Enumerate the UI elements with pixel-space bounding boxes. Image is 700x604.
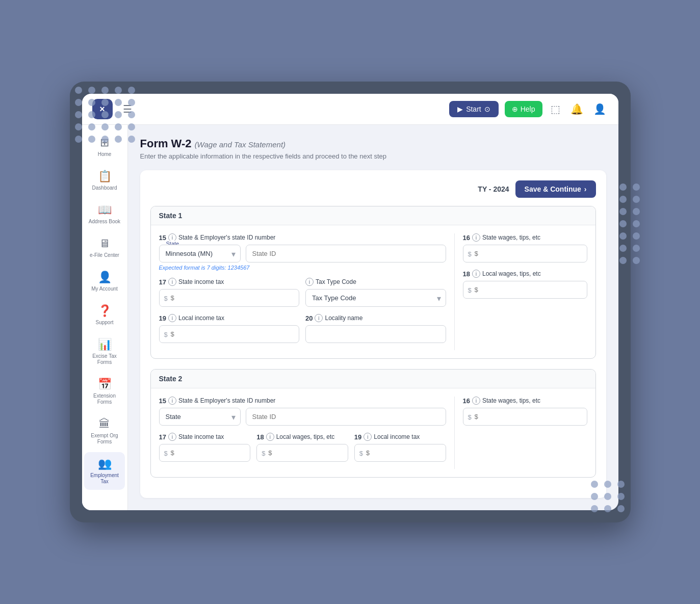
state1-state-select-group: State Minnesota (MN) (159, 245, 241, 262)
sidebar-item-address-book[interactable]: 📖 Address Book (84, 198, 125, 230)
decoration-dots-right (619, 183, 641, 264)
field18-info-icon[interactable]: i (472, 270, 480, 278)
state2-state-select[interactable]: State (159, 408, 241, 426)
sidebar-label-account: My Account (91, 286, 118, 292)
user-switch-icon: ⬚ (551, 103, 560, 115)
state2-section: State 2 15 i State & Employer's state ID… (150, 369, 596, 478)
state2-state-id-input[interactable] (246, 408, 446, 426)
state2-row17: 17 i State income tax (159, 433, 446, 462)
state2-state-select-group: State (159, 408, 241, 426)
state1-state-id-row: State Minnesota (MN) (159, 245, 446, 262)
state2-field16-info-icon[interactable]: i (472, 397, 480, 405)
sidebar-item-dashboard[interactable]: 📋 Dashboard (84, 165, 125, 196)
field16-info-icon[interactable]: i (472, 233, 480, 242)
sidebar: ⊞ Home 📋 Dashboard 📖 Address Book 🖥 e-Fi… (82, 125, 128, 510)
field18-dollar-wrap (463, 281, 587, 299)
field18-label: 18 i Local wages, tips, etc (463, 270, 587, 278)
user-switch-button[interactable]: ⬚ (549, 101, 562, 117)
start-icon: ▶ (457, 105, 463, 113)
content-wrapper: ⊞ Home 📋 Dashboard 📖 Address Book 🖥 e-Fi… (82, 125, 618, 510)
state1-col-left: 15 i State & Employer's state ID number … (159, 233, 455, 350)
save-continue-button[interactable]: Save & Continue › (515, 180, 596, 198)
sidebar-item-employment-tax[interactable]: 👥 Employment Tax (84, 452, 125, 490)
state2-field19-info-icon[interactable]: i (364, 433, 372, 441)
exempt-org-icon: 🏛 (99, 417, 110, 431)
sidebar-label-support: Support (95, 320, 113, 326)
excise-tax-icon: 📊 (98, 338, 112, 351)
help-circle-icon: ⊕ (512, 105, 518, 113)
field20-info-icon[interactable]: i (315, 314, 323, 322)
form-card-header: TY - 2024 Save & Continue › (150, 180, 596, 198)
sidebar-item-account[interactable]: 👤 My Account (84, 266, 125, 297)
state2-field15-label: 15 i State & Employer's state ID number (159, 397, 446, 405)
state1-row1: 15 i State & Employer's state ID number … (159, 233, 587, 350)
state2-field16-group: 16 i State wages, tips, etc (463, 397, 587, 426)
state2-field18-label: 18 i Local wages, tips, etc (256, 433, 348, 441)
field19-info-icon[interactable]: i (168, 314, 176, 322)
profile-button[interactable]: 👤 (591, 101, 608, 117)
tax-type-info-icon[interactable]: i (305, 278, 314, 286)
state2-state-id-group (246, 408, 446, 426)
state2-body: 15 i State & Employer's state ID number (151, 388, 595, 477)
state1-row17: 17 i State income tax (159, 278, 446, 307)
decoration-dots-top-left (75, 87, 136, 143)
sidebar-item-exempt-org[interactable]: 🏛 Exempt Org Forms (84, 412, 125, 450)
field17-label: 17 i State income tax (159, 278, 300, 286)
state1-field17-group: 17 i State income tax (159, 278, 300, 307)
field16-label: 16 i State wages, tips, etc (463, 233, 587, 242)
avatar-icon: 👤 (593, 103, 606, 115)
state1-field20-group: 20 i Locality name (305, 314, 446, 343)
state1-state-select-wrap: Minnesota (MN) (159, 245, 241, 262)
field19-label: 19 i Local income tax (159, 314, 300, 322)
tax-type-label: i Tax Type Code (305, 278, 446, 286)
state2-field17-label: 17 i State income tax (159, 433, 251, 441)
state2-field16-label: 16 i State wages, tips, etc (463, 397, 587, 405)
state2-field17-group: 17 i State income tax (159, 433, 251, 462)
start-button[interactable]: ▶ Start ⊙ (449, 101, 499, 117)
state1-local-income-tax-input[interactable] (159, 325, 300, 343)
state1-local-wages-input[interactable] (463, 281, 587, 299)
state1-row19: 19 i Local income tax (159, 314, 446, 343)
bell-icon: 🔔 (571, 103, 583, 115)
state1-state-id-input[interactable] (246, 245, 446, 262)
help-button[interactable]: ⊕ Help (505, 101, 542, 117)
state1-locality-name-input[interactable] (305, 325, 446, 343)
state2-header: State 2 (151, 370, 595, 388)
support-icon: ❓ (98, 304, 112, 318)
field17-info-icon[interactable]: i (168, 278, 176, 286)
notification-button[interactable]: 🔔 (568, 101, 585, 117)
state1-format-hint: Expected format is 7 digits: 1234567 (159, 265, 446, 271)
page-title: Form W-2 (Wage and Tax Statement) (140, 137, 606, 150)
state2-field17-info-icon[interactable]: i (168, 433, 176, 441)
sidebar-label-excise-tax: Excise Tax Forms (88, 353, 121, 365)
state1-state-income-tax-input[interactable] (159, 289, 300, 307)
state2-field18-info-icon[interactable]: i (266, 433, 274, 441)
form-card: TY - 2024 Save & Continue › State 1 (140, 170, 606, 498)
state2-row1: 15 i State & Employer's state ID number (159, 397, 587, 469)
address-book-icon: 📖 (98, 203, 112, 217)
sidebar-item-excise-tax[interactable]: 📊 Excise Tax Forms (84, 333, 125, 371)
state2-field15-info-icon[interactable]: i (168, 397, 176, 405)
state1-state-select[interactable]: Minnesota (MN) (159, 245, 241, 262)
decoration-dots-bottom-right (591, 481, 626, 512)
sidebar-label-dashboard: Dashboard (92, 185, 117, 191)
state1-field16-group: 16 i State wages, tips, etc (463, 233, 587, 262)
field17-dollar-wrap (159, 289, 300, 307)
sidebar-item-efile-center[interactable]: 🖥 e-File Center (84, 232, 125, 264)
state2-state-income-tax-input[interactable] (159, 444, 251, 462)
account-icon: 👤 (98, 271, 112, 284)
sidebar-item-extension-forms[interactable]: 📅 Extension Forms (84, 373, 125, 410)
page-description: Enter the applicable information in the … (140, 152, 606, 160)
sidebar-item-support[interactable]: ❓ Support (84, 299, 125, 331)
state1-tax-type-select[interactable]: Tax Type Code (305, 289, 446, 307)
state2-field18-group: 18 i Local wages, tips, etc (256, 433, 348, 462)
state2-local-income-tax-input[interactable] (354, 444, 446, 462)
extension-forms-icon: 📅 (98, 378, 112, 391)
state1-state-wages-input[interactable] (463, 245, 587, 262)
state2-field19-dollar-wrap (354, 444, 446, 462)
start-chevron-icon: ⊙ (484, 105, 490, 113)
state2-field18-dollar-wrap (256, 444, 348, 462)
state2-local-wages-input[interactable] (256, 444, 348, 462)
sidebar-label-employment-tax: Employment Tax (88, 472, 121, 485)
state2-state-wages-input[interactable] (463, 408, 587, 426)
